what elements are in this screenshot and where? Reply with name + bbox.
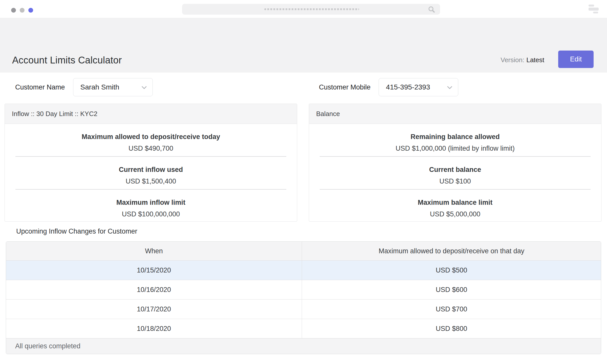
customer-selector-row: Customer Name Sarah Smith Customer Mobil… (0, 78, 607, 96)
panel-section: Maximum inflow limit USD $100,000,000 (5, 190, 297, 222)
search-placeholder-line (264, 8, 359, 10)
section-value: USD $100,000,000 (5, 210, 297, 218)
menu-bar (593, 12, 598, 13)
table-status-footer: All queries completed (6, 338, 601, 354)
table-row[interactable]: 10/16/2020 USD $600 (6, 280, 601, 299)
cell-when: 10/18/2020 (6, 319, 302, 338)
upcoming-changes-heading: Upcoming Inflow Changes for Customer (16, 228, 137, 235)
balance-panel-title: Balance (309, 104, 601, 124)
version-label: Version: (501, 56, 524, 64)
customer-mobile-select[interactable]: 415-395-2393 (379, 78, 458, 96)
section-value: USD $100 (309, 177, 601, 185)
cell-when: 10/16/2020 (6, 280, 302, 299)
column-header-max: Maximum allowed to deposit/receive on th… (302, 242, 601, 260)
content-card: Customer Name Sarah Smith Customer Mobil… (0, 73, 607, 364)
inflow-panel: Inflow :: 30 Day Limit :: KYC2 Maximum a… (5, 104, 297, 222)
customer-name-select[interactable]: Sarah Smith (73, 78, 153, 96)
panel-section: Current inflow used USD $1,500,400 (5, 157, 297, 189)
section-label: Current inflow used (5, 166, 297, 174)
chevron-down-icon (141, 86, 147, 90)
section-value: USD $1,500,400 (5, 177, 297, 185)
customer-name-value: Sarah Smith (80, 83, 119, 91)
panel-section: Remaining balance allowed USD $1,000,000… (309, 124, 601, 156)
customer-name-label: Customer Name (15, 83, 65, 91)
section-label: Maximum inflow limit (5, 199, 297, 207)
search-input[interactable] (182, 4, 440, 15)
customer-mobile-value: 415-395-2393 (386, 83, 430, 91)
customer-mobile-label: Customer Mobile (319, 83, 371, 91)
panel-section: Maximum balance limit USD $5,000,000 (309, 190, 601, 222)
table-row[interactable]: 10/17/2020 USD $700 (6, 299, 601, 319)
limit-panels: Inflow :: 30 Day Limit :: KYC2 Maximum a… (5, 104, 601, 222)
app-header: Account Limits Calculator Version:Latest… (0, 18, 607, 73)
column-header-when: When (6, 242, 302, 260)
section-label: Maximum allowed to deposit/receive today (5, 133, 297, 141)
section-label: Remaining balance allowed (309, 133, 601, 141)
search-icon[interactable] (428, 6, 435, 14)
menu-bar (589, 5, 594, 7)
cell-max: USD $800 (302, 319, 601, 338)
section-value: USD $490,700 (5, 145, 297, 152)
cell-max: USD $600 (302, 280, 601, 299)
page-title: Account Limits Calculator (12, 55, 122, 66)
version-value: Latest (526, 56, 544, 64)
section-value: USD $5,000,000 (309, 210, 601, 218)
edit-button[interactable]: Edit (558, 51, 594, 68)
customer-name-field: Customer Name Sarah Smith (15, 78, 153, 96)
window-dot-icon[interactable] (11, 8, 16, 13)
cell-max: USD $700 (302, 300, 601, 319)
inflow-panel-title: Inflow :: 30 Day Limit :: KYC2 (5, 104, 297, 124)
panel-section: Maximum allowed to deposit/receive today… (5, 124, 297, 156)
section-label: Maximum balance limit (309, 199, 601, 207)
window-dot-icon[interactable] (20, 8, 25, 13)
menu-bar (589, 8, 599, 11)
window-dot-active-icon[interactable] (28, 8, 33, 13)
browser-chrome (0, 0, 607, 18)
balance-panel: Balance Remaining balance allowed USD $1… (309, 104, 601, 222)
section-value: USD $1,000,000 (limited by inflow limit) (309, 145, 601, 152)
menu-icon[interactable] (589, 5, 599, 14)
section-label: Current balance (309, 166, 601, 174)
cell-when: 10/15/2020 (6, 261, 302, 280)
upcoming-changes-table: When Maximum allowed to deposit/receive … (6, 241, 601, 354)
window-controls (11, 8, 33, 13)
chevron-down-icon (447, 86, 452, 90)
panel-section: Current balance USD $100 (309, 157, 601, 189)
table-row[interactable]: 10/15/2020 USD $500 (6, 260, 601, 280)
cell-when: 10/17/2020 (6, 300, 302, 319)
customer-mobile-field: Customer Mobile 415-395-2393 (319, 78, 458, 96)
version-info: Version:Latest (501, 56, 544, 64)
table-row[interactable]: 10/18/2020 USD $800 (6, 319, 601, 338)
cell-max: USD $500 (302, 261, 601, 280)
table-header-row: When Maximum allowed to deposit/receive … (6, 242, 601, 260)
